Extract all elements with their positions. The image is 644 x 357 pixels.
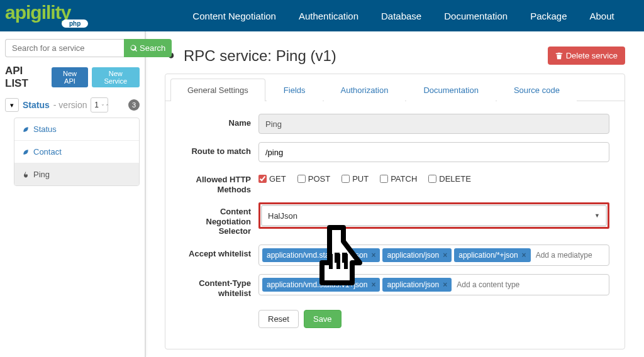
nav-link-documentation[interactable]: Documentation [434,1,518,31]
tag-label: application/json [387,251,439,260]
collapse-toggle[interactable]: ▾ [5,98,19,112]
main-content: RPC service: Ping (v1) Delete service Ge… [146,31,644,357]
remove-tag-icon[interactable]: × [522,251,526,260]
search-row: Search [5,39,140,57]
search-button[interactable]: Search [124,39,172,57]
route-label: Route to match [180,142,258,157]
add-tag-input[interactable] [454,278,606,292]
page-header: RPC service: Ping (v1) Delete service [165,47,625,65]
settings-panel: General SettingsFieldsAuthorizationDocum… [165,74,625,349]
sidebar-item-label: Status [33,124,57,134]
tag-label: application/vnd.status.v1+json [267,251,367,260]
api-list-header: API LIST New API New Service [5,65,140,90]
http-methods: GETPOSTPUTPATCHDELETE [258,170,609,184]
chevron-down-icon: ▼ [594,212,600,219]
method-checkbox-patch[interactable] [380,175,388,183]
method-checkbox-delete[interactable] [428,175,436,183]
top-nav-bar: apigility php Content NegotiationAuthent… [0,0,644,31]
media-type-tag: application/vnd.status.v1+json× [262,278,380,292]
tab-fields[interactable]: Fields [267,79,323,101]
content-negotiation-select[interactable]: HalJson ▼ [261,205,607,226]
nav-link-database[interactable]: Database [371,1,431,31]
sidebar-item-status[interactable]: Status [14,118,139,141]
tag-label: application/*+json [458,251,518,260]
method-delete[interactable]: DELETE [428,174,471,184]
name-label: Name [180,114,258,128]
method-post[interactable]: POST [297,174,330,184]
ct-label: Content-Type whitelist [180,274,258,298]
method-checkbox-get[interactable] [258,175,267,183]
tag-label: application/json [387,280,439,289]
search-input[interactable] [5,39,124,57]
logo-text: apigility [5,4,70,21]
media-type-tag: application/*+json× [454,248,530,262]
service-count-badge: 3 [128,99,140,111]
fire-icon [22,171,30,178]
remove-tag-icon[interactable]: × [443,251,447,260]
method-label: DELETE [439,174,471,184]
nav-link-about[interactable]: About [580,1,625,31]
leaf-icon [22,126,30,133]
methods-label: Allowed HTTP Methods [180,170,258,194]
add-tag-input[interactable] [533,248,606,262]
sidebar-item-label: Contact [33,147,62,157]
remove-tag-icon[interactable]: × [371,280,375,289]
trash-icon [555,52,563,60]
new-api-button[interactable]: New API [52,67,87,87]
accept-label: Accept whitelist [180,244,258,259]
tab-documentation[interactable]: Documentation [406,79,495,101]
leaf-icon [22,148,30,156]
media-type-tag: application/vnd.status.v1+json× [262,248,380,262]
nav-link-content-negotiation[interactable]: Content Negotiation [182,1,286,31]
service-list: StatusContactPing [14,118,140,186]
top-nav-links: Content NegotiationAuthenticationDatabas… [182,1,631,31]
tab-source-code[interactable]: Source code [497,79,577,101]
sidebar-item-label: Ping [33,170,50,179]
version-stepper[interactable]: 1 [91,97,108,113]
media-type-tag: application/json× [382,278,452,292]
route-field[interactable] [258,142,609,162]
name-field[interactable] [258,114,609,134]
method-label: GET [269,174,286,184]
content-type-whitelist-input[interactable]: application/vnd.status.v1+json×applicati… [258,274,609,295]
delete-service-button[interactable]: Delete service [548,47,625,65]
remove-tag-icon[interactable]: × [371,251,375,260]
tab-general-settings[interactable]: General Settings [170,79,265,101]
search-icon [130,45,138,52]
accept-whitelist-input[interactable]: application/vnd.status.v1+json×applicati… [258,244,609,266]
sidebar: Search API LIST New API New Service ▾ St… [0,31,146,357]
method-checkbox-put[interactable] [341,175,350,183]
reset-button[interactable]: Reset [258,310,299,328]
save-button[interactable]: Save [304,310,341,328]
api-list-title: API LIST [5,65,48,90]
tab-authorization[interactable]: Authorization [324,79,406,101]
nav-link-package[interactable]: Package [520,1,577,31]
method-checkbox-post[interactable] [297,175,306,183]
method-get[interactable]: GET [258,174,286,184]
api-name[interactable]: Status [23,100,50,110]
method-label: PUT [352,174,369,184]
nav-link-authentication[interactable]: Authentication [289,1,369,31]
new-service-button[interactable]: New Service [92,67,140,87]
cn-select-highlight: HalJson ▼ [258,202,609,229]
media-type-tag: application/json× [382,248,452,262]
sidebar-item-ping[interactable]: Ping [14,163,139,185]
logo: apigility php [5,4,88,28]
cn-select-value: HalJson [268,211,297,221]
cn-label: Content Negotiation Selector [180,202,258,236]
method-put[interactable]: PUT [341,174,369,184]
method-label: PATCH [391,174,417,184]
api-item-row: ▾ Status - version 1 3 [5,96,140,114]
chevron-down-icon: ▾ [10,101,14,109]
sidebar-item-contact[interactable]: Contact [14,141,139,163]
logo-php-badge: php [62,19,88,28]
method-label: POST [308,174,330,184]
delete-service-label: Delete service [566,51,618,60]
method-patch[interactable]: PATCH [380,174,417,184]
remove-tag-icon[interactable]: × [443,280,447,289]
tag-label: application/vnd.status.v1+json [267,280,367,289]
api-version-label: - version [53,100,87,110]
tabs-row: General SettingsFieldsAuthorizationDocum… [165,74,625,101]
page-title: RPC service: Ping (v1) [184,47,336,65]
tab-body: Name Route to match Allowed HTTP Methods… [165,101,625,349]
